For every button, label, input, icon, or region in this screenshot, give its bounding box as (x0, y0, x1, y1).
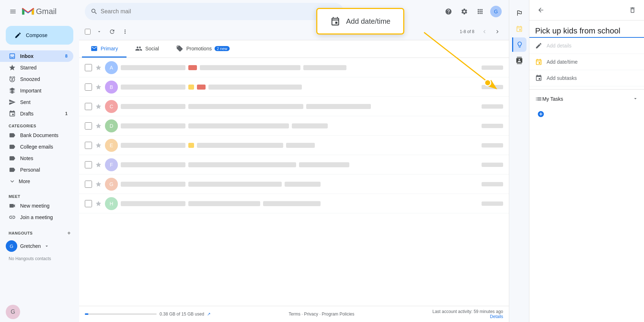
categories-section: Categories (0, 119, 79, 130)
storage-text: 0.38 GB of 15 GB used (160, 312, 204, 317)
compose-button[interactable]: Compose (6, 26, 73, 45)
select-all-checkbox[interactable] (85, 29, 91, 35)
email-checkbox[interactable] (85, 122, 92, 130)
label-icon (9, 132, 16, 139)
prev-page-button[interactable] (479, 26, 490, 37)
sidebar-item-starred[interactable]: Starred (0, 62, 73, 73)
subject-block (208, 85, 302, 90)
sidebar-item-drafts[interactable]: Drafts 1 (0, 108, 73, 119)
add-task-row[interactable] (529, 105, 644, 123)
tasks-delete-button[interactable] (627, 4, 638, 16)
program-policies-link[interactable]: Program Policies (322, 312, 354, 317)
email-checkbox[interactable] (85, 64, 92, 71)
more-options-button[interactable] (119, 26, 131, 37)
email-row[interactable]: G (79, 174, 509, 194)
tab-social[interactable]: Social (126, 40, 167, 58)
hangouts-username: Gretchen (20, 243, 41, 249)
add-subtasks-row[interactable]: Add subtasks (529, 70, 644, 86)
add-details-row[interactable]: Add details (529, 38, 644, 54)
email-star[interactable] (95, 64, 102, 71)
profile-button[interactable]: G (489, 4, 503, 19)
calendar-panel-button[interactable] (512, 22, 526, 36)
email-checkbox[interactable] (85, 83, 92, 91)
terms-link[interactable]: Terms (289, 312, 300, 317)
email-checkbox[interactable] (85, 200, 92, 207)
email-star[interactable] (95, 83, 102, 91)
email-row[interactable]: B (79, 77, 509, 97)
sidebar-item-new-meeting[interactable]: New meeting (0, 200, 73, 212)
email-content (121, 182, 503, 187)
search-icon (91, 8, 98, 15)
email-time (482, 124, 503, 128)
email-row[interactable]: F (79, 155, 509, 174)
sidebar-item-important[interactable]: Important (0, 85, 73, 96)
sidebar-item-inbox[interactable]: Inbox 8 (0, 50, 73, 62)
email-star[interactable] (95, 200, 102, 207)
new-meeting-label: New meeting (20, 203, 50, 209)
menu-button[interactable] (6, 4, 20, 19)
keep-panel-button[interactable] (512, 37, 526, 52)
calendar-icon (516, 25, 523, 32)
search-input[interactable] (101, 8, 328, 15)
email-row[interactable]: D (79, 116, 509, 136)
email-star[interactable] (95, 142, 102, 149)
storage-info: 0.38 GB of 15 GB used ↗ (85, 312, 211, 317)
task-title-input[interactable] (529, 23, 644, 38)
email-star[interactable] (95, 122, 102, 130)
email-star[interactable] (95, 181, 102, 188)
email-checkbox[interactable] (85, 161, 92, 168)
email-checkbox[interactable] (85, 103, 92, 110)
storage-link-icon[interactable]: ↗ (207, 312, 211, 317)
email-content (121, 201, 503, 206)
inbox-label: Inbox (20, 53, 33, 59)
add-date-time-label: Add date/time (547, 59, 578, 65)
label-block-yellow (188, 85, 194, 90)
add-date-time-row[interactable]: Add date/time (529, 54, 644, 70)
sidebar-item-join-meeting[interactable]: Join a meeting (0, 212, 73, 223)
email-checkbox[interactable] (85, 181, 92, 188)
promotions-badge: 2 new (215, 46, 229, 51)
email-list: A B (79, 58, 509, 306)
profile-avatar: G (490, 6, 502, 17)
sidebar-item-personal[interactable]: Personal (0, 164, 73, 176)
next-page-button[interactable] (492, 26, 503, 37)
search-bar[interactable] (85, 3, 344, 20)
email-row[interactable]: H (79, 194, 509, 213)
more-section[interactable]: More (0, 176, 79, 187)
select-dropdown-button[interactable] (93, 26, 105, 37)
search-filter-icon[interactable] (331, 8, 338, 15)
email-checkbox[interactable] (85, 142, 92, 149)
tasks-panel-header (529, 0, 644, 21)
tasks-panel-button[interactable] (512, 6, 526, 20)
email-row[interactable]: A (79, 58, 509, 77)
email-content (121, 65, 503, 70)
apps-button[interactable] (473, 4, 487, 19)
footer: 0.38 GB of 15 GB used ↗ Terms · Privacy … (79, 306, 509, 322)
sidebar-item-snoozed[interactable]: Snoozed (0, 73, 73, 85)
email-sender (121, 65, 185, 70)
details-link[interactable]: Details (490, 314, 503, 319)
refresh-button[interactable] (106, 26, 118, 37)
privacy-link[interactable]: Privacy (304, 312, 318, 317)
subject-block (188, 182, 282, 187)
preview-block (285, 182, 321, 187)
email-star[interactable] (95, 161, 102, 168)
email-row[interactable]: E (79, 136, 509, 155)
add-hangout-button[interactable]: + (65, 229, 73, 237)
sidebar-item-bank-documents[interactable]: Bank Documents (0, 130, 73, 141)
preview-block (306, 104, 371, 109)
tab-promotions[interactable]: Promotions 2 new (167, 40, 238, 58)
tab-primary[interactable]: Primary (82, 40, 126, 58)
hangouts-user[interactable]: G Gretchen (0, 239, 79, 253)
contacts-panel-button[interactable] (512, 53, 526, 68)
sidebar-item-college-emails[interactable]: College emails (0, 141, 73, 153)
tasks-back-button[interactable] (535, 4, 547, 16)
settings-button[interactable] (457, 4, 472, 19)
sidebar-item-notes[interactable]: Notes (0, 153, 73, 164)
add-task-button[interactable] (535, 108, 547, 120)
sidebar-item-sent[interactable]: Sent (0, 96, 73, 108)
email-row[interactable]: C (79, 97, 509, 116)
email-star[interactable] (95, 103, 102, 110)
my-tasks-header[interactable]: My Tasks (529, 92, 644, 105)
help-button[interactable] (441, 4, 456, 19)
